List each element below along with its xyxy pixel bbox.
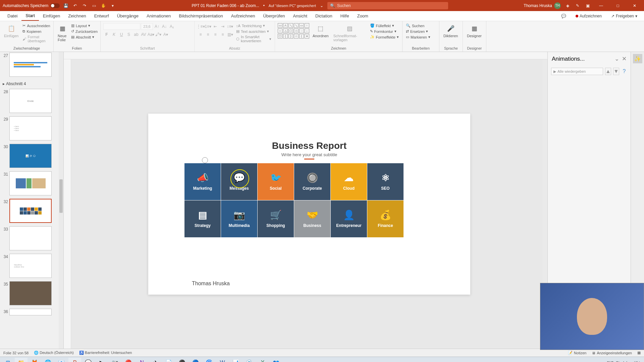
reset-button[interactable]: ↺ Zurücksetzen — [70, 29, 98, 34]
slide-thumbnails-panel[interactable]: 27 ▸ Abschnitt 4 28Ende 29• item• item• … — [0, 52, 64, 349]
shape-effects-button[interactable]: ✨ Formeffekte ▾ — [369, 35, 400, 40]
explorer-icon[interactable]: 📁 — [15, 358, 28, 362]
font-size-input[interactable] — [141, 23, 153, 30]
slide[interactable]: Business Report Write here your great su… — [148, 114, 470, 295]
diamond-icon[interactable]: ◈ — [564, 2, 571, 9]
teams-icon[interactable]: 👥 — [270, 358, 282, 362]
tile-strategy[interactable]: ▤Strategy — [184, 200, 221, 237]
shadow-button[interactable]: ab — [133, 31, 140, 38]
app-icon-4[interactable]: 📄 — [162, 358, 175, 362]
slide-thumb-35[interactable] — [9, 281, 52, 305]
tab-design[interactable]: Entwurf — [90, 11, 113, 21]
qat-more-icon[interactable]: ▾ — [109, 2, 116, 9]
italic-button[interactable]: K — [111, 31, 117, 38]
justify-button[interactable]: ≡ — [219, 31, 226, 38]
underline-button[interactable]: U — [118, 31, 125, 38]
shape-fill-button[interactable]: 🪣 Fülleffekt ▾ — [369, 23, 400, 28]
designer-button[interactable]: ▦Designer — [466, 23, 483, 39]
layout-button[interactable]: ▥ Layout ▾ — [70, 23, 98, 28]
font-family-input[interactable] — [103, 23, 140, 30]
slide-thumb-30[interactable]: 📊 ⏱ ◯ — [9, 144, 52, 168]
onenote-icon[interactable]: N — [136, 358, 148, 362]
tile-business[interactable]: 🤝Business — [294, 200, 330, 237]
excel-icon[interactable]: X — [256, 358, 269, 362]
undo-icon[interactable]: ↶ — [72, 2, 78, 9]
case-button[interactable]: Aa▾ — [148, 31, 154, 38]
accessibility-check[interactable]: ♿ Barrierefreiheit: Untersuchen — [79, 351, 132, 355]
app-icon-2[interactable]: 📷 — [109, 358, 121, 362]
tile-shopping[interactable]: 🛒Shopping — [258, 200, 294, 237]
tab-draw[interactable]: Zeichnen — [64, 11, 90, 21]
app-icon-3[interactable]: 🔴 — [122, 358, 135, 362]
arrange-button[interactable]: ⬚Anordnen — [311, 23, 330, 39]
find-button[interactable]: 🔍 Suchen — [405, 23, 431, 28]
bold-button[interactable]: F — [103, 31, 110, 38]
slide-thumb-32[interactable] — [9, 199, 52, 223]
bullets-button[interactable]: ⋮≡▾ — [197, 23, 204, 30]
align-left-button[interactable]: ≡ — [197, 31, 204, 38]
align-text-button[interactable]: ▤ Text ausrichten ▾ — [235, 29, 272, 34]
tile-cloud[interactable]: ☁Cloud — [331, 163, 367, 200]
clear-format-icon[interactable]: Aᵪ — [168, 23, 175, 30]
new-slide-button[interactable]: ▦Neue Folie — [56, 23, 68, 43]
app-icon-1[interactable]: 💬 — [82, 358, 95, 362]
text-direction-button[interactable]: ↕A Textrichtung ▾ — [235, 23, 272, 28]
redo-icon[interactable]: ↷ — [81, 2, 88, 9]
pane-close-icon[interactable]: ✕ — [622, 55, 627, 62]
vlc-icon[interactable]: ▶ — [95, 358, 108, 362]
tab-file[interactable]: Datei — [3, 11, 21, 21]
tile-corporate[interactable]: 🔘Corporate — [294, 163, 330, 200]
weather-widget[interactable]: ☁ 9°C Stark bewölkt — [602, 361, 640, 362]
touch-icon[interactable]: ✋ — [100, 2, 107, 9]
move-up-button[interactable]: ▲ — [605, 68, 611, 75]
user-badge[interactable]: Thomas Hruska TH — [524, 2, 561, 9]
tab-view[interactable]: Ansicht — [289, 11, 311, 21]
decrease-font-icon[interactable]: A↓ — [161, 23, 168, 30]
shapes-gallery[interactable]: ▭A＼＼▭↑ ○△⬡◇→↓ ⬠{}☆(▾ — [278, 23, 309, 39]
format-painter-button[interactable]: 🖌 Format übertragen — [22, 35, 51, 43]
move-down-button[interactable]: ▼ — [613, 68, 619, 75]
normal-view-icon[interactable]: ▦ — [637, 351, 641, 355]
decrease-indent-button[interactable]: ⇤ — [212, 23, 219, 30]
replace-button[interactable]: ⇄ Ersetzen ▾ — [405, 29, 431, 34]
tile-social[interactable]: 🐦Social — [258, 163, 294, 200]
app-icon-7[interactable]: 📊 — [229, 358, 242, 362]
chrome-icon[interactable]: 🌐 — [42, 358, 54, 362]
present-icon[interactable]: ▭ — [91, 2, 97, 9]
outlook-icon[interactable]: 📧 — [55, 358, 68, 362]
word-icon[interactable]: W — [216, 358, 229, 362]
tab-animations[interactable]: Animationen — [143, 11, 175, 21]
strike-button[interactable]: S — [125, 31, 132, 38]
pen-icon[interactable]: ✎ — [574, 2, 581, 9]
search-input[interactable]: 🔍 Suchen — [327, 2, 448, 9]
paste-button[interactable]: 📋Einfügen — [3, 23, 20, 39]
tile-seo[interactable]: ⚛SEO — [367, 163, 404, 200]
spacing-button[interactable]: AV — [140, 31, 147, 38]
tile-multimedia[interactable]: 📷Multimedia — [221, 200, 257, 237]
slide-thumb-27[interactable] — [9, 53, 52, 77]
slide-panel-scrollbar[interactable] — [59, 52, 63, 349]
section-header[interactable]: ▸ Abschnitt 4 — [0, 79, 63, 88]
pane-dropdown-icon[interactable]: ⌄ — [614, 55, 619, 62]
tab-insert[interactable]: Einfügen — [39, 11, 64, 21]
font-color-button[interactable]: A▾ — [162, 31, 169, 38]
minimize-button[interactable]: — — [594, 0, 608, 11]
telegram-icon[interactable]: ✈ — [149, 358, 162, 362]
slide-thumb-28[interactable]: Ende — [9, 89, 52, 113]
slide-thumb-29[interactable]: • item• item• item — [9, 116, 52, 140]
tab-slideshow[interactable]: Bildschirmpräsentation — [175, 11, 227, 21]
slide-thumb-31[interactable] — [9, 171, 52, 195]
smartart-button[interactable]: ⬡ In SmartArt konvertieren ▾ — [235, 35, 272, 43]
tab-dictation[interactable]: Dictation — [311, 11, 336, 21]
title-dropdown-icon[interactable]: ⌄ — [320, 3, 323, 8]
copy-button[interactable]: ⧉ Kopieren — [22, 29, 51, 34]
tab-review[interactable]: Überprüfen — [259, 11, 289, 21]
select-button[interactable]: ▭ Markieren ▾ — [405, 35, 431, 40]
columns-button[interactable]: ▥▾ — [227, 31, 233, 38]
tile-messages[interactable]: 💬Messages — [221, 163, 257, 200]
cut-button[interactable]: ✂ Ausschneiden — [22, 23, 51, 28]
play-all-button[interactable]: ▶ Alle wiedergeben — [551, 68, 603, 75]
window-icon[interactable]: ▣ — [584, 2, 591, 9]
line-spacing-button[interactable]: ↕≡▾ — [227, 23, 233, 30]
numbering-button[interactable]: 1≡▾ — [205, 23, 211, 30]
